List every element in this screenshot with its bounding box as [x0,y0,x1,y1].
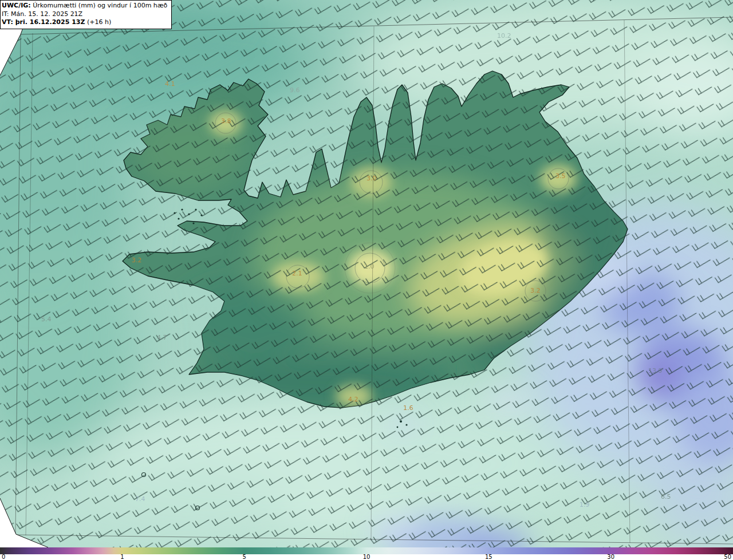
colorbar-tick: 50 [724,554,731,560]
colorbar-tick: 10 [363,554,371,560]
colorbar: 0 1 5 10 15 30 50 [0,547,733,560]
title-line-valid-time: VT: þri. 16.12.2025 13Z (+16 h) [2,18,167,27]
map-canvas [0,0,733,547]
map-area: 10.2 9.6 4.1 3.8 3.0 3.5 3.2 2.1 1.0 3.2… [0,0,733,547]
product-id: UWC/IG: [2,2,31,9]
colorbar-tick: 1 [120,554,124,560]
wind-barbs-layer [0,0,733,547]
valid-time: VT: þri. 16.12.2025 13Z [2,18,85,26]
product-description: Úrkomumætti (mm) og vindur í 100m hæð [31,2,168,9]
title-line-init-time: IT: Mán. 15. 12. 2025 21Z [2,10,167,19]
colorbar-tick: 15 [485,554,492,560]
colorbar-tick: 5 [242,554,246,560]
valid-time-offset: (+16 h) [85,18,111,26]
colorbar-tick: 30 [607,554,614,560]
colorbar-tick: 0 [2,554,5,560]
title-box: UWC/IG: Úrkomumætti (mm) og vindur í 100… [0,0,172,29]
title-line-product: UWC/IG: Úrkomumætti (mm) og vindur í 100… [2,2,167,10]
weather-map-stage: 10.2 9.6 4.1 3.8 3.0 3.5 3.2 2.1 1.0 3.2… [0,0,733,560]
